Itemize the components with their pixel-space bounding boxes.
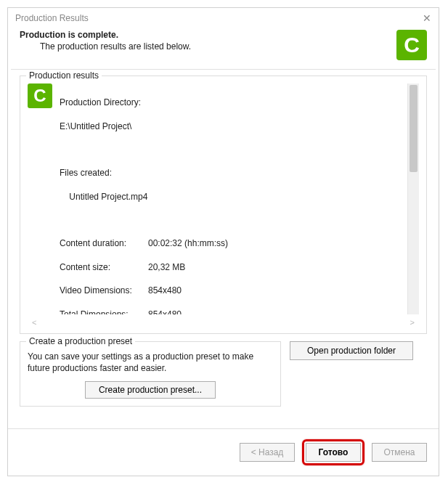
scrollbar-thumb[interactable]	[410, 85, 418, 172]
header-text: Production is complete. The production r…	[20, 30, 191, 52]
preset-group-title: Create a production preset	[26, 336, 135, 346]
camtasia-logo-small-icon: C	[28, 83, 52, 108]
vertical-scrollbar[interactable]	[407, 83, 419, 314]
scroll-right-icon[interactable]: >	[410, 318, 415, 327]
footer: < Назад Готово Отмена	[8, 428, 439, 476]
open-folder-wrap: Open production folder	[290, 341, 413, 360]
preset-groupbox: Create a production preset You can save …	[20, 341, 281, 407]
dialog-window: Production Results ✕ Production is compl…	[7, 7, 439, 476]
results-groupbox: Production results C Production Director…	[20, 76, 427, 334]
preset-description: You can save your settings as a producti…	[28, 351, 273, 374]
divider	[11, 69, 436, 70]
header-subtitle: The production results are listed below.	[20, 41, 191, 52]
window-title: Production Results	[15, 13, 89, 23]
row-video-dimensions: Video Dimensions:854x480	[60, 285, 400, 296]
finish-button[interactable]: Готово	[306, 443, 361, 462]
results-group-title: Production results	[26, 70, 102, 81]
results-body: C Production Directory: E:\Untitled Proj…	[28, 83, 419, 314]
row-total-dimensions: Total Dimensions:854x480	[60, 309, 400, 314]
close-icon[interactable]: ✕	[423, 12, 431, 24]
file-item: Untitled Project.mp4	[60, 191, 400, 203]
row-content-duration: Content duration:00:02:32 (hh:mm:ss)	[60, 237, 400, 249]
back-button: < Назад	[240, 443, 295, 462]
open-production-folder-button[interactable]: Open production folder	[290, 341, 413, 360]
camtasia-logo-icon: C	[396, 30, 427, 60]
lower-row: Create a production preset You can save …	[20, 341, 427, 407]
header: Production is complete. The production r…	[8, 27, 439, 69]
results-text: Production Directory: E:\Untitled Projec…	[60, 83, 400, 314]
header-title: Production is complete.	[20, 30, 191, 40]
scroll-left-icon[interactable]: <	[32, 318, 36, 327]
cancel-button: Отмена	[372, 443, 427, 462]
dir-label: Production Directory:	[60, 97, 400, 108]
horizontal-scrollbar[interactable]: < >	[28, 317, 419, 327]
row-content-size: Content size:20,32 MB	[60, 261, 400, 273]
content: Production results C Production Director…	[8, 76, 439, 428]
create-preset-button[interactable]: Create production preset...	[85, 381, 216, 399]
dir-value: E:\Untitled Project\	[60, 121, 400, 132]
titlebar: Production Results ✕	[8, 8, 439, 27]
finish-button-highlight: Готово	[302, 439, 364, 465]
files-label: Files created:	[60, 167, 400, 179]
